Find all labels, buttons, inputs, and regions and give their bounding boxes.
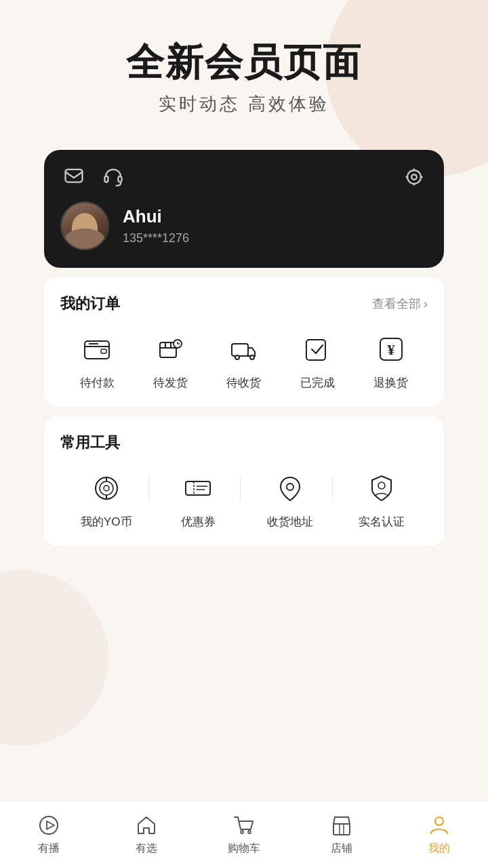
scan-icon-button[interactable] [401, 163, 428, 191]
wallet-icon [82, 334, 112, 364]
headset-icon-button[interactable] [100, 163, 127, 191]
orders-card-header: 我的订单 查看全部 › [60, 294, 428, 314]
nav-label-cart: 购物车 [228, 842, 260, 856]
svg-rect-22 [306, 340, 325, 360]
svg-point-33 [287, 484, 293, 490]
profile-info: Ahui 135****1276 [60, 201, 428, 250]
cart-icon [232, 813, 256, 837]
svg-point-35 [40, 816, 58, 834]
message-icon [64, 167, 84, 187]
box-clock-icon-box [152, 330, 190, 368]
order-label-completed: 已完成 [300, 375, 335, 391]
yuan-icon-box: ¥ [372, 330, 410, 368]
coin-icon [92, 473, 121, 503]
order-icons-row: 待付款 待发货 [60, 330, 428, 391]
svg-point-4 [411, 175, 417, 180]
profile-text: Ahui 135****1276 [123, 206, 189, 245]
nav-item-cart[interactable]: 购物车 [210, 813, 278, 856]
top-icons-left [60, 163, 127, 191]
user-icon [427, 813, 451, 837]
tools-title: 常用工具 [60, 433, 120, 453]
svg-rect-39 [333, 824, 350, 835]
play-icon [37, 813, 61, 837]
message-icon-button[interactable] [60, 163, 87, 191]
wallet-icon-box [78, 330, 116, 368]
scan-icon [404, 167, 424, 187]
svg-point-38 [248, 831, 251, 833]
svg-rect-1 [105, 176, 108, 182]
store-icon [329, 813, 354, 837]
username: Ahui [123, 206, 189, 227]
order-item-completed[interactable]: 已完成 [287, 330, 348, 391]
order-label-return: 退换货 [373, 375, 408, 391]
nav-label-mine: 我的 [428, 842, 450, 856]
headset-icon [103, 167, 123, 187]
order-item-pending-ship[interactable]: 待发货 [140, 330, 201, 391]
truck-icon-box [225, 330, 263, 368]
hero-subtitle: 实时动态 高效体验 [126, 92, 362, 116]
truck-icon [229, 334, 259, 364]
tool-label-verification: 实名认证 [359, 514, 405, 530]
svg-point-3 [407, 170, 421, 184]
order-label-pending-payment: 待付款 [80, 375, 115, 391]
svg-rect-29 [186, 481, 210, 495]
svg-point-34 [378, 482, 385, 489]
tool-item-coupon[interactable]: 优惠券 [167, 469, 228, 530]
tool-item-address[interactable]: 收货地址 [260, 469, 321, 530]
bottom-nav: 有播 有选 购物车 [0, 800, 488, 868]
nav-item-youbo[interactable]: 有播 [15, 813, 83, 856]
profile-card: Ahui 135****1276 [44, 150, 444, 268]
nav-label-store: 店铺 [331, 842, 352, 856]
yuan-icon: ¥ [376, 334, 406, 364]
order-item-pending-payment[interactable]: 待付款 [66, 330, 127, 391]
main-card-wrapper: Ahui 135****1276 我的订单 查看全部 › [44, 150, 444, 546]
svg-rect-0 [66, 170, 83, 182]
svg-marker-36 [47, 821, 54, 829]
nav-item-mine[interactable]: 我的 [405, 813, 473, 856]
shield-user-icon-box [363, 469, 401, 507]
view-all-link[interactable]: 查看全部 › [372, 296, 428, 312]
svg-point-21 [250, 355, 254, 359]
tool-item-yo-coin[interactable]: 我的YO币 [76, 469, 137, 530]
check-icon [302, 334, 332, 364]
hero-title: 全新会员页面 [126, 41, 362, 84]
avatar[interactable] [60, 201, 109, 250]
coupon-icon-box [179, 469, 217, 507]
nav-item-store[interactable]: 店铺 [308, 813, 375, 856]
nav-label-youxuan: 有选 [136, 842, 157, 856]
svg-text:¥: ¥ [387, 341, 394, 358]
box-clock-icon [156, 334, 186, 364]
tool-label-address: 收货地址 [267, 514, 313, 530]
svg-point-26 [100, 481, 113, 495]
hero-section: 全新会员页面 实时动态 高效体验 [126, 0, 362, 136]
profile-top-icons [60, 163, 428, 191]
home-icon [134, 813, 159, 837]
orders-card: 我的订单 查看全部 › [44, 277, 444, 407]
phone-number: 135****1276 [123, 231, 189, 245]
svg-rect-10 [101, 349, 106, 353]
location-icon-box [271, 469, 309, 507]
avatar-image [62, 203, 108, 249]
tool-label-coupon: 优惠券 [181, 514, 216, 530]
tool-label-yo-coin: 我的YO币 [81, 514, 132, 530]
svg-rect-2 [119, 176, 122, 182]
tools-icons-row: 我的YO币 优惠券 [60, 469, 428, 530]
tools-card: 常用工具 我的YO币 [44, 416, 444, 546]
order-label-pending-ship: 待发货 [153, 375, 188, 391]
svg-point-20 [235, 355, 239, 359]
shield-user-icon [367, 473, 396, 503]
svg-point-37 [241, 831, 243, 833]
order-label-pending-receive: 待收货 [226, 375, 261, 391]
coupon-icon [183, 473, 213, 503]
nav-label-youbo: 有播 [38, 842, 60, 856]
tools-card-header: 常用工具 [60, 433, 428, 453]
location-icon [275, 473, 305, 503]
tool-item-verification[interactable]: 实名认证 [351, 469, 412, 530]
nav-item-youxuan[interactable]: 有选 [113, 813, 180, 856]
orders-title: 我的订单 [60, 294, 120, 314]
order-item-pending-receive[interactable]: 待收货 [214, 330, 274, 391]
svg-point-43 [435, 817, 443, 825]
check-icon-box [298, 330, 336, 368]
order-item-return[interactable]: ¥ 退换货 [361, 330, 422, 391]
coin-icon-box [87, 469, 125, 507]
